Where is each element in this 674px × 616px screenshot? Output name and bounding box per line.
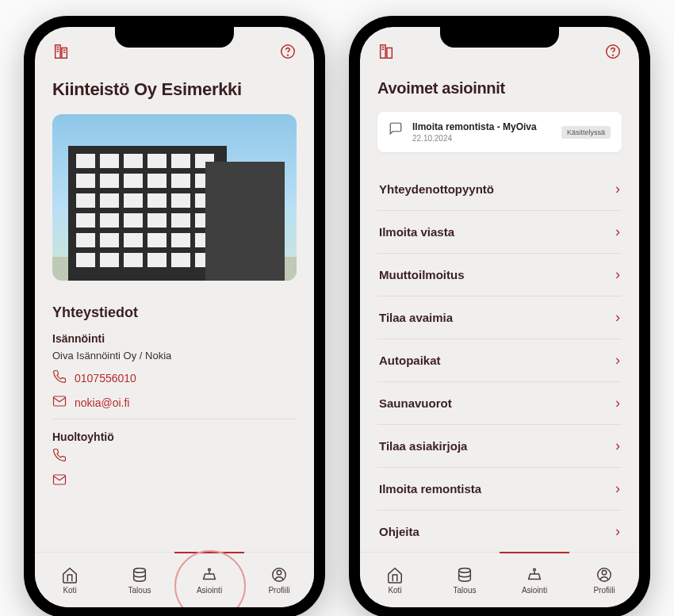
menu-label: Autopaikat (379, 354, 441, 367)
content-asiointi: Avoimet asioinnit Ilmoita remontista - M… (360, 67, 639, 552)
chevron-right-icon: › (615, 352, 620, 369)
svg-rect-9 (54, 396, 66, 406)
help-icon[interactable] (604, 43, 622, 63)
email-icon (52, 394, 67, 411)
phone-notch (440, 27, 559, 48)
maintenance-email-link[interactable] (52, 473, 297, 489)
menu-item-muuttoilmoitus[interactable]: Muuttoilmoitus› (377, 254, 622, 297)
case-date: 22.10.2024 (412, 134, 552, 143)
phone-link[interactable]: 0107556010 (52, 369, 297, 386)
nav-label: Talous (454, 586, 477, 595)
svg-rect-10 (54, 475, 66, 484)
menu-label: Ilmoita viasta (379, 225, 454, 239)
building-admin-icon[interactable] (52, 43, 70, 63)
maintenance-heading: Huoltoyhtiö (52, 430, 297, 443)
nav-talous[interactable]: Talous (430, 553, 500, 607)
service-menu: Yhteydenottopyyntö› Ilmoita viasta› Muut… (377, 168, 622, 552)
nav-label: Profiili (268, 586, 289, 595)
contacts-heading: Yhteystiedot (52, 304, 297, 321)
email-address: nokia@oi.fi (75, 396, 129, 409)
active-indicator (174, 552, 244, 553)
screen-asiointi: Avoimet asioinnit Ilmoita remontista - M… (360, 27, 639, 607)
phone-icon (52, 369, 67, 386)
nav-label: Asiointi (522, 586, 547, 595)
svg-point-8 (288, 55, 289, 55)
svg-point-22 (534, 568, 536, 571)
chat-icon (389, 121, 403, 139)
nav-asiointi[interactable]: Asiointi (500, 553, 569, 607)
bottom-nav: Koti Talous Asiointi Profiili (35, 552, 314, 607)
nav-koti[interactable]: Koti (35, 553, 105, 607)
menu-item-saunavuorot[interactable]: Saunavuorot› (377, 382, 622, 425)
chevron-right-icon: › (615, 523, 620, 540)
phone-number: 0107556010 (75, 372, 136, 385)
phone-right: Avoimet asioinnit Ilmoita remontista - M… (349, 16, 650, 616)
menu-item-autopaikat[interactable]: Autopaikat› (377, 339, 622, 382)
chevron-right-icon: › (615, 309, 620, 326)
building-image (52, 114, 297, 281)
chevron-right-icon: › (615, 224, 620, 240)
page-title: Avoimet asioinnit (377, 79, 622, 98)
menu-item-yhteydenottopyynto[interactable]: Yhteydenottopyyntö› (377, 168, 622, 211)
menu-label: Muuttoilmoitus (379, 268, 464, 281)
menu-label: Tilaa avaimia (379, 311, 453, 324)
help-icon[interactable] (279, 43, 297, 63)
page-title: Kiinteistö Oy Esimerkki (52, 79, 297, 100)
svg-point-12 (209, 568, 211, 571)
divider (52, 419, 297, 419)
menu-item-ilmoita-remontista[interactable]: Ilmoita remontista› (377, 468, 622, 511)
menu-item-tilaa-asiakirjoja[interactable]: Tilaa asiakirjoja› (377, 425, 622, 468)
status-badge: Käsittelyssä (561, 126, 611, 139)
svg-rect-1 (62, 48, 67, 58)
chevron-right-icon: › (615, 438, 620, 454)
phone-left: Kiinteistö Oy Esimerkki Yhteystiedot Isä… (24, 16, 325, 616)
chevron-right-icon: › (615, 181, 620, 197)
management-name: Oiva Isännöinti Oy / Nokia (52, 350, 297, 362)
phone-notch (115, 27, 234, 48)
menu-label: Tilaa asiakirjoja (379, 439, 467, 453)
email-link[interactable]: nokia@oi.fi (52, 394, 297, 411)
phone-icon (52, 448, 67, 465)
nav-asiointi[interactable]: Asiointi (174, 553, 244, 607)
menu-label: Ohjeita (379, 525, 419, 538)
bottom-nav: Koti Talous Asiointi Profiili (360, 552, 639, 607)
chevron-right-icon: › (615, 266, 620, 283)
menu-label: Yhteydenottopyyntö (379, 182, 494, 196)
svg-point-11 (134, 568, 146, 572)
open-case-card[interactable]: Ilmoita remontista - MyOiva 22.10.2024 K… (377, 112, 622, 152)
nav-talous[interactable]: Talous (105, 553, 174, 607)
svg-point-21 (459, 568, 471, 572)
chevron-right-icon: › (615, 395, 620, 411)
nav-profiili[interactable]: Profiili (569, 553, 639, 607)
nav-label: Koti (388, 586, 401, 595)
nav-koti[interactable]: Koti (360, 553, 430, 607)
screen-home: Kiinteistö Oy Esimerkki Yhteystiedot Isä… (35, 27, 314, 607)
menu-label: Ilmoita remontista (379, 482, 481, 495)
menu-label: Saunavuorot (379, 396, 452, 410)
nav-profiili[interactable]: Profiili (244, 553, 314, 607)
nav-label: Profiili (593, 586, 615, 595)
management-heading: Isännöinti (52, 332, 297, 345)
chevron-right-icon: › (615, 480, 620, 497)
email-icon (52, 473, 67, 489)
svg-point-14 (277, 570, 281, 575)
maintenance-phone-link[interactable] (52, 448, 297, 465)
case-title: Ilmoita remontista - MyOiva (412, 121, 552, 132)
content-home: Kiinteistö Oy Esimerkki Yhteystiedot Isä… (35, 67, 314, 552)
nav-label: Koti (63, 586, 76, 595)
active-indicator (500, 552, 569, 553)
svg-rect-16 (387, 48, 392, 58)
menu-item-ilmoita-viasta[interactable]: Ilmoita viasta› (377, 211, 622, 254)
nav-label: Talous (128, 586, 151, 595)
svg-point-24 (602, 570, 607, 575)
nav-label: Asiointi (197, 586, 222, 595)
building-admin-icon[interactable] (377, 43, 395, 63)
svg-point-20 (613, 55, 614, 55)
menu-item-tilaa-avaimia[interactable]: Tilaa avaimia› (377, 297, 622, 339)
menu-item-ohjeita[interactable]: Ohjeita› (377, 511, 622, 552)
